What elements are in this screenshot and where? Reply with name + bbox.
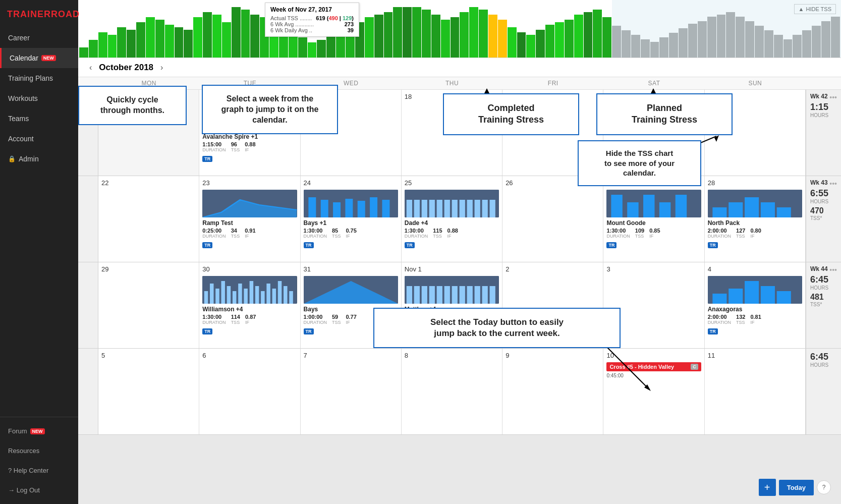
cal-day-6[interactable]: 6	[199, 349, 300, 434]
cal-day-20[interactable]: 20🚲	[603, 90, 704, 176]
chart-bar-group[interactable]	[184, 30, 193, 58]
chart-bar-group[interactable]	[250, 15, 259, 58]
chart-bar-group[interactable]	[584, 12, 593, 58]
workout-card[interactable]: Avalanche Spire +1 1:15:00DURATION 96TSS…	[202, 103, 297, 162]
chart-bar-group[interactable]	[602, 17, 611, 58]
chart-bar-group[interactable]	[622, 30, 631, 58]
chart-bar-group[interactable]	[222, 22, 231, 58]
chart-bar-group[interactable]	[79, 47, 88, 58]
chart-bar-group[interactable]	[232, 7, 241, 58]
sidebar-item-career[interactable]: Career	[0, 28, 78, 48]
workout-card[interactable]: Cross #5 - Hidden Valley C 0:45:00	[606, 362, 701, 378]
chart-bar-group[interactable]	[508, 27, 517, 58]
chart-bar-group[interactable]	[384, 12, 393, 58]
chart-bar-group[interactable]	[155, 20, 164, 58]
chart-bar-group[interactable]	[203, 12, 212, 58]
sidebar-item-training-plans[interactable]: Training Plans	[0, 68, 78, 88]
chart-bar-group[interactable]	[146, 17, 155, 58]
cal-day-9[interactable]: 9	[502, 349, 603, 434]
chart-bar-group[interactable]	[241, 10, 250, 58]
chart-bar-group[interactable]	[298, 37, 307, 58]
chart-bar-group[interactable]	[403, 7, 412, 58]
cal-day-17[interactable]: 17	[301, 90, 402, 176]
chart-bar-group[interactable]	[726, 12, 735, 58]
cal-day-10[interactable]: 10 Cross #5 - Hidden Valley C 0:45:00	[603, 349, 704, 434]
cal-day-19[interactable]: 19	[502, 90, 603, 176]
sidebar-item-workouts[interactable]: Workouts	[0, 88, 78, 108]
sidebar-item-resources[interactable]: Resources	[0, 441, 78, 461]
cal-day-29[interactable]: 29	[98, 262, 199, 348]
workout-card[interactable]: Mount Goode 1:30:00DURATION 109TSS 0.85I…	[606, 190, 701, 249]
sidebar-item-teams[interactable]: Teams	[0, 108, 78, 129]
chart-bar-group[interactable]	[317, 40, 326, 58]
sidebar-item-calendar[interactable]: Calendar NEW	[0, 48, 78, 68]
add-button[interactable]: +	[759, 479, 776, 496]
cal-day-nov3[interactable]: 3	[603, 262, 704, 348]
chart-bar-group[interactable]	[650, 42, 659, 58]
chart-bar-group[interactable]	[764, 30, 773, 58]
chart-bar-group[interactable]	[783, 39, 793, 58]
week-menu-dots[interactable]: •••	[829, 266, 837, 274]
cal-day-5[interactable]: 5	[98, 349, 199, 434]
cal-day-7[interactable]: 7	[301, 349, 402, 434]
chart-bar-group[interactable]	[89, 40, 98, 58]
cal-day-25[interactable]: 25	[402, 176, 502, 262]
cal-day-21[interactable]: 21	[705, 90, 806, 176]
chart-bar-group[interactable]	[631, 35, 640, 58]
next-month-button[interactable]: ›	[157, 62, 166, 73]
chart-bar-group[interactable]	[612, 26, 621, 58]
chart-bar-group[interactable]	[365, 17, 374, 58]
sidebar-item-admin[interactable]: 🔒 Admin	[0, 149, 78, 169]
cal-day-empty-1[interactable]: 🚲	[98, 90, 199, 176]
chart-bar-group[interactable]	[659, 37, 668, 58]
chart-bar-group[interactable]	[526, 35, 535, 58]
chart-bar-group[interactable]	[717, 15, 726, 58]
help-button[interactable]: ?	[817, 480, 831, 494]
workout-card[interactable]: Bays +1 1:30:00DURATION 85TSS 0.75IF TR	[304, 190, 398, 249]
chart-bar-group[interactable]	[802, 30, 811, 58]
chart-bar-group[interactable]	[641, 39, 650, 58]
sidebar-item-account[interactable]: Account	[0, 129, 78, 149]
chart-bar-group[interactable]	[698, 21, 707, 58]
cal-day-31[interactable]: 31 Bays 1:00:00DURATION 59TSS 0.77IF	[301, 262, 402, 348]
chart-bar-group[interactable]	[374, 15, 383, 58]
chart-bar-group[interactable]	[574, 15, 583, 58]
chart-bar-group[interactable]	[707, 17, 716, 58]
cal-day-11[interactable]: 11	[705, 349, 806, 434]
prev-month-button[interactable]: ‹	[86, 62, 95, 73]
sidebar-item-help[interactable]: ? Help Center	[0, 461, 78, 480]
chart-bar-group[interactable]	[441, 20, 450, 58]
chart-bar-group[interactable]	[326, 35, 335, 58]
chart-bar-group[interactable]	[460, 12, 469, 58]
chart-bar-group[interactable]	[774, 35, 783, 58]
chart-bar-group[interactable]	[212, 15, 221, 58]
chart-bar-group[interactable]	[669, 33, 678, 58]
chart-bar-group[interactable]	[308, 42, 317, 58]
chart-bar-group[interactable]	[555, 22, 564, 58]
chart-bar-group[interactable]	[812, 26, 821, 58]
chart-bar-group[interactable]	[479, 10, 488, 58]
cal-day-22[interactable]: 22	[98, 176, 199, 262]
chart-bar-group[interactable]	[688, 24, 697, 58]
workout-card[interactable]: North Pack 2:00:00DURATION 127TSS 0.80IF…	[708, 190, 802, 249]
cal-day-23[interactable]: 23 Ramp Test 0:25:00DURATION 34TSS 0.91I…	[199, 176, 300, 262]
chart-bar-group[interactable]	[175, 27, 184, 58]
cal-day-28[interactable]: 28 North Pack 2:00:0	[705, 176, 806, 262]
chart-bar-group[interactable]	[536, 30, 545, 58]
week-menu-dots[interactable]: •••	[829, 93, 837, 101]
chart-bar-group[interactable]	[593, 10, 602, 58]
chart-bar-group[interactable]	[422, 10, 431, 58]
chart-bar-group[interactable]	[393, 7, 402, 58]
week-menu-dots[interactable]: •••	[829, 180, 837, 188]
chart-bar-group[interactable]	[755, 26, 764, 58]
workout-card[interactable]: Matthes +4 1:30:00DURATION 115TSS 0.88IF…	[405, 276, 499, 335]
cal-day-8[interactable]: 8	[402, 349, 502, 434]
cal-day-18[interactable]: 18	[402, 90, 502, 176]
chart-bar-group[interactable]	[117, 27, 126, 58]
chart-bar-group[interactable]	[108, 35, 117, 58]
cal-day-27[interactable]: 27 Mount Goode 1:30:	[603, 176, 704, 262]
chart-bar-group[interactable]	[517, 32, 526, 58]
chart-bar-group[interactable]	[736, 17, 745, 58]
sidebar-item-forum[interactable]: Forum NEW	[0, 421, 78, 441]
chart-bar-group[interactable]	[545, 25, 554, 58]
